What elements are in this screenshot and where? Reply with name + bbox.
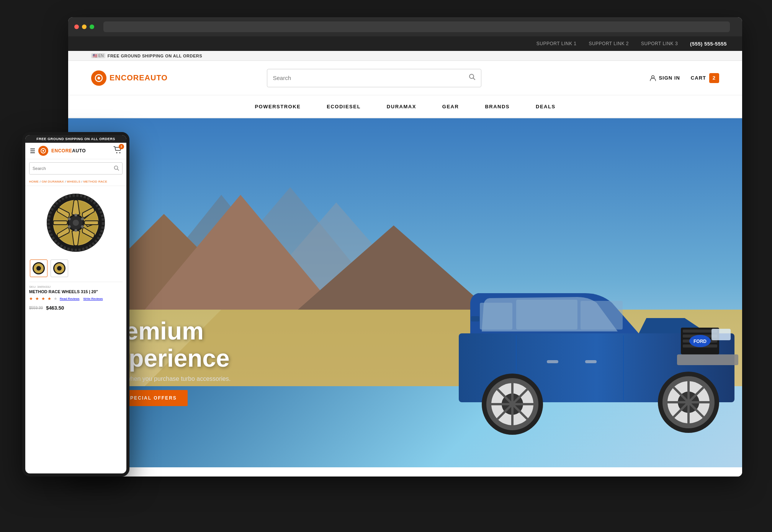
price-sale: $463.50 (46, 305, 64, 311)
product-price: $559.99 $463.50 (25, 304, 126, 315)
nav-ecodiesel[interactable]: ECODIESEL (325, 104, 362, 109)
svg-rect-23 (677, 354, 738, 365)
wheel-product-image (45, 192, 106, 253)
desktop-browser: SUPPORT LINK 1 SUPPORT LINK 2 SUPORT LIN… (68, 17, 742, 477)
svg-point-66 (68, 225, 71, 228)
mobile-logo-icon (38, 146, 48, 156)
mobile-search-icon[interactable] (114, 165, 119, 172)
svg-point-73 (57, 266, 62, 271)
logo-icon (91, 70, 106, 86)
address-bar[interactable] (103, 21, 730, 32)
mobile-thumbnail-list (25, 259, 126, 282)
svg-text:FORD: FORD (693, 339, 707, 344)
svg-point-67 (68, 218, 71, 220)
mobile-search-input[interactable] (33, 166, 114, 171)
svg-point-62 (75, 214, 77, 217)
mobile-shipping-bar: FREE GROUND SHIPPING ON ALL ORDERS (25, 135, 126, 143)
mobile-cart-button[interactable]: 2 (113, 146, 122, 156)
browser-maximize-dot[interactable] (90, 24, 94, 29)
browser-chrome (68, 17, 742, 36)
svg-point-63 (81, 218, 84, 220)
search-input[interactable] (273, 75, 469, 81)
thumbnail-1[interactable] (30, 259, 47, 277)
svg-point-61 (73, 220, 79, 226)
svg-point-65 (75, 229, 77, 232)
cart-count-badge: 2 (709, 73, 719, 83)
product-sku: SKU: 3465433J (25, 282, 126, 289)
thumbnail-2[interactable] (51, 259, 68, 277)
main-header: ENCOREAUTO (68, 61, 742, 95)
support-link-2[interactable]: SUPPORT LINK 2 (589, 41, 629, 46)
nav-deals[interactable]: DEALS (534, 104, 557, 109)
logo-text: ENCOREAUTO (110, 73, 168, 82)
svg-rect-27 (516, 300, 577, 330)
svg-line-53 (118, 169, 119, 170)
nav-gear[interactable]: GEAR (441, 104, 461, 109)
cart-label: CART (691, 75, 706, 81)
header-actions: SIGN IN CART 2 (649, 73, 719, 83)
mobile-logo-text: ENCOREAUTO (51, 148, 86, 153)
cart-button[interactable]: CART 2 (691, 73, 719, 83)
mobile-header: ☰ ENCOREAUTO 2 (25, 143, 126, 159)
svg-point-49 (43, 150, 44, 152)
svg-point-64 (81, 225, 84, 228)
product-rating: ★ ★ ★ ★ ★ Read Reviews Write Reviews (25, 296, 126, 304)
svg-line-3 (473, 78, 475, 80)
review-links: Read Reviews Write Reviews (60, 297, 103, 300)
mobile-product-image-container (25, 186, 126, 259)
svg-point-50 (116, 152, 118, 153)
search-bar (267, 69, 481, 87)
svg-rect-22 (711, 329, 731, 340)
mobile-cart-count: 2 (119, 144, 124, 149)
star-3: ★ (41, 296, 45, 301)
write-reviews-link[interactable]: Write Reviews (83, 297, 103, 300)
nav-brands[interactable]: BRANDS (483, 104, 511, 109)
product-name: METHOD RACE WHEELS 315 | 20" (25, 289, 126, 296)
price-original: $559.99 (29, 306, 43, 310)
read-reviews-link[interactable]: Read Reviews (60, 297, 80, 300)
svg-rect-28 (581, 301, 623, 330)
sign-in-button[interactable]: SIGN IN (649, 75, 680, 82)
svg-rect-47 (585, 360, 597, 363)
support-link-3[interactable]: SUPORT LINK 3 (641, 41, 678, 46)
svg-point-70 (36, 266, 41, 271)
breadcrumb-home[interactable]: HOME (29, 180, 39, 183)
website-content: SUPPORT LINK 1 SUPPORT LINK 2 SUPORT LIN… (68, 36, 742, 477)
sign-in-label: SIGN IN (659, 75, 680, 81)
support-link-1[interactable]: SUPPORT LINK 1 (536, 41, 577, 46)
hero-banner: FORD (68, 118, 742, 467)
breadcrumb-gm[interactable]: GM DURAMAX (42, 180, 64, 183)
mobile-device: FREE GROUND SHIPPING ON ALL ORDERS ☰ ENC… (22, 132, 129, 477)
svg-rect-26 (480, 303, 512, 330)
browser-minimize-dot[interactable] (82, 24, 87, 29)
star-2: ★ (35, 296, 39, 301)
nav-duramax[interactable]: DURAMAX (385, 104, 418, 109)
breadcrumb-current: METHOD RACE (83, 180, 107, 183)
nav-bar: POWERSTROKE ECODIESEL DURAMAX GEAR BRAND… (68, 95, 742, 118)
mobile-search-bar (29, 162, 123, 175)
star-4: ★ (47, 296, 51, 301)
breadcrumb-wheels[interactable]: WHEELS (67, 180, 80, 183)
mobile-content: FREE GROUND SHIPPING ON ALL ORDERS ☰ ENC… (25, 135, 126, 473)
logo[interactable]: ENCOREAUTO (91, 70, 175, 86)
star-5: ★ (54, 296, 57, 301)
hamburger-menu-icon[interactable]: ☰ (30, 147, 35, 155)
mobile-breadcrumb: HOME / GM DURAMAX / WHEELS / METHOD RACE (25, 178, 126, 186)
svg-point-51 (119, 152, 121, 153)
support-phone[interactable]: (555) 555-5555 (690, 41, 727, 47)
search-button[interactable] (469, 73, 476, 82)
svg-rect-46 (547, 360, 558, 363)
browser-close-dot[interactable] (74, 24, 79, 29)
svg-point-1 (98, 77, 100, 79)
svg-rect-45 (471, 316, 479, 321)
star-1: ★ (29, 296, 33, 301)
shipping-banner-text: FREE GROUND SHIPPING ON ALL ORDERS (108, 54, 202, 58)
support-bar: SUPPORT LINK 1 SUPPORT LINK 2 SUPORT LIN… (68, 36, 742, 51)
nav-powerstroke[interactable]: POWERSTROKE (253, 104, 302, 109)
